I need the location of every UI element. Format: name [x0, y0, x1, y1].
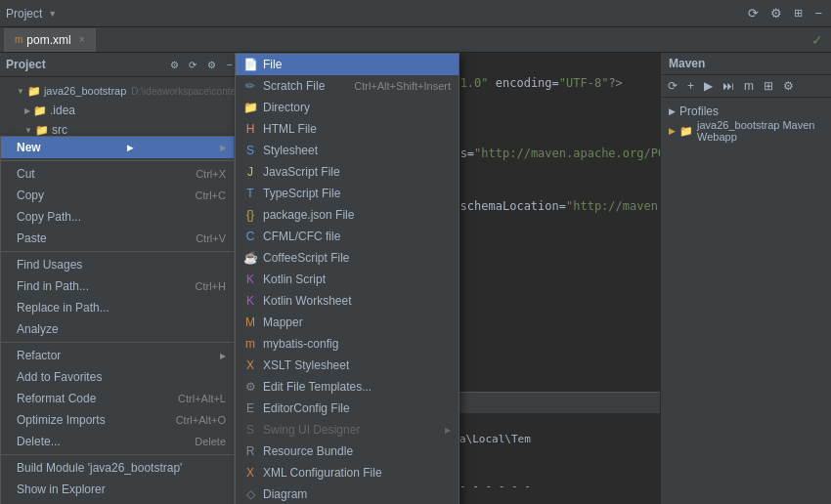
- fsub-item-edittemplate[interactable]: ⚙ Edit File Templates...: [236, 376, 459, 398]
- maven-run-btn[interactable]: ▶: [701, 78, 716, 94]
- fsub-item-resourcebundle[interactable]: R Resource Bundle: [236, 441, 459, 462]
- maven-header: Maven: [661, 53, 831, 75]
- ctx-item-optimizeimports[interactable]: Optimize Imports Ctrl+Alt+O: [1, 409, 234, 431]
- fsub-item-ts[interactable]: T TypeScript File: [236, 183, 459, 204]
- fsub-item-mapper[interactable]: M Mapper: [236, 312, 459, 333]
- maven-title: Maven: [669, 57, 705, 70]
- sidebar-icons: ⚙ ⟳ ⚙ −: [166, 57, 238, 72]
- tab-bar-checkmark: ✓: [811, 32, 823, 48]
- ctx-item-addtofav[interactable]: Add to Favorites: [1, 366, 234, 388]
- fsub-item-coffeescript[interactable]: ☕ CoffeeScript File: [236, 247, 459, 269]
- sidebar-icon-settings2[interactable]: ⚙: [203, 57, 219, 72]
- ctx-item-showinexplorer[interactable]: Show in Explorer: [1, 479, 234, 500]
- ctx-item-copy[interactable]: Copy Ctrl+C: [1, 185, 234, 206]
- tab-pom-xml[interactable]: m pom.xml ×: [4, 28, 96, 52]
- fsub-item-editorconfig[interactable]: E EditorConfig File: [236, 398, 459, 419]
- fsub-label-html: HTML File: [263, 122, 317, 136]
- fsub-item-stylesheet[interactable]: S Stylesheet: [236, 140, 459, 161]
- toolbar-icon-sync[interactable]: ⟳: [748, 6, 759, 21]
- fsub-item-diagram[interactable]: ◇ Diagram: [236, 483, 459, 504]
- fsub-item-cfml[interactable]: C CFML/CFC file: [236, 226, 459, 247]
- fsub-item-kotlinscript[interactable]: K Kotlin Script: [236, 269, 459, 290]
- ctx-shortcut-copy: Ctrl+C: [196, 189, 226, 201]
- fsub-label-mapper: Mapper: [263, 315, 303, 329]
- ctx-item-analyze[interactable]: Analyze: [1, 318, 234, 340]
- ctx-item-findinpath[interactable]: Find in Path... Ctrl+H: [1, 275, 234, 297]
- folder-icon: 📁: [27, 85, 41, 98]
- maven-sync-btn[interactable]: ⟳: [665, 78, 680, 94]
- ctx-shortcut-reformat: Ctrl+Alt+L: [178, 393, 226, 404]
- fsub-item-kotlinworksheet[interactable]: K Kotlin Worksheet: [236, 290, 459, 312]
- ctx-shortcut-delete: Delete: [195, 436, 226, 447]
- ctx-label-findinpath: Find in Path...: [17, 279, 89, 293]
- xml-tab-icon: m: [15, 34, 22, 45]
- fsub-label-kotlinworksheet: Kotlin Worksheet: [263, 294, 352, 308]
- ctx-label-delete: Delete...: [17, 435, 61, 448]
- ctx-label-analyze: Analyze: [17, 322, 59, 336]
- ctx-item-replaceinpath[interactable]: Replace in Path...: [1, 297, 234, 318]
- maven-profiles-label: Profiles: [679, 105, 719, 118]
- bundle-icon: R: [243, 444, 257, 458]
- maven-settings-btn[interactable]: ⊞: [761, 78, 776, 94]
- fsub-item-xmlconfig[interactable]: X XML Configuration File: [236, 462, 459, 483]
- sidebar-icon-gear[interactable]: ⚙: [166, 57, 182, 72]
- maven-skip-btn[interactable]: ⏭: [720, 78, 737, 94]
- fsub-item-scratch[interactable]: ✏ Scratch File Ctrl+Alt+Shift+Insert: [236, 75, 459, 97]
- maven-settings2-btn[interactable]: ⚙: [780, 78, 797, 94]
- toolbar-icon-expand[interactable]: ⊞: [794, 7, 803, 20]
- fsub-label-swing: Swing UI Designer: [263, 423, 360, 437]
- title-bar-text: Project: [6, 7, 42, 21]
- fsub-label-xmlconfig: XML Configuration File: [263, 466, 382, 480]
- fsub-label-kotlinscript: Kotlin Script: [263, 273, 326, 286]
- fsub-label-editorconfig: EditorConfig File: [263, 401, 350, 415]
- ctx-item-findusages[interactable]: Find Usages: [1, 254, 234, 275]
- ctx-item-copypath[interactable]: Copy Path...: [1, 206, 234, 228]
- css-icon: S: [243, 144, 257, 157]
- ctx-item-dirpath[interactable]: Directory Path Ctrl+Alt+F12: [1, 500, 234, 504]
- maven-item-profiles[interactable]: ▶ Profiles: [661, 102, 831, 121]
- kotlin-icon: K: [243, 273, 257, 286]
- project-path: D:\ideaworkspace\conte: [131, 86, 236, 97]
- ctx-item-build[interactable]: Build Module 'java26_bootstrap': [1, 457, 234, 479]
- maven-item-project[interactable]: ▶ 📁 java26_bootstrap Maven Webapp: [661, 121, 831, 141]
- fsub-item-html[interactable]: H HTML File: [236, 118, 459, 140]
- fsub-item-xslt[interactable]: X XSLT Stylesheet: [236, 355, 459, 376]
- mapper-icon: M: [243, 315, 257, 329]
- tree-label-project: java26_bootstrap: [44, 85, 126, 97]
- fsub-item-mybatis[interactable]: m mybatis-config: [236, 333, 459, 355]
- ctx-label-new: New: [17, 141, 41, 154]
- fsub-item-packagejson[interactable]: {} package.json File: [236, 204, 459, 226]
- cfml-icon: C: [243, 230, 257, 243]
- fsub-item-directory[interactable]: 📁 Directory: [236, 97, 459, 118]
- tree-item-idea[interactable]: ▶ 📁 .idea: [0, 101, 243, 120]
- tree-item-project[interactable]: ▼ 📁 java26_bootstrap D:\ideaworkspace\co…: [0, 81, 243, 101]
- fsub-label-mybatis: mybatis-config: [263, 337, 338, 351]
- kotlin-ws-icon: K: [243, 294, 257, 308]
- ctx-item-refactor[interactable]: Refactor: [1, 345, 234, 366]
- fsub-item-js[interactable]: J JavaScript File: [236, 161, 459, 183]
- toolbar-icon-minus[interactable]: −: [814, 6, 822, 21]
- maven-info-btn[interactable]: m: [741, 78, 757, 94]
- ctx-shortcut-optimizeimports: Ctrl+Alt+O: [176, 414, 226, 426]
- ctx-item-cut[interactable]: Cut Ctrl+X: [1, 163, 234, 185]
- coffee-icon: ☕: [243, 251, 257, 265]
- ctx-shortcut-paste: Ctrl+V: [196, 232, 226, 244]
- ctx-item-reformat[interactable]: Reformat Code Ctrl+Alt+L: [1, 388, 234, 409]
- fsub-item-swing[interactable]: S Swing UI Designer ▶: [236, 419, 459, 441]
- maven-add-btn[interactable]: +: [684, 78, 697, 94]
- title-dropdown-icon[interactable]: ▼: [48, 9, 57, 19]
- ctx-label-cut: Cut: [17, 167, 35, 181]
- editorconfig-icon: E: [243, 401, 257, 415]
- ctx-item-delete[interactable]: Delete... Delete: [1, 431, 234, 452]
- ctx-sep-1: [1, 160, 234, 161]
- sidebar-icon-sync[interactable]: ⟳: [185, 57, 200, 72]
- title-bar: Project ▼ ⟳ ⚙ ⊞ −: [0, 0, 831, 27]
- directory-icon: 📁: [243, 101, 257, 114]
- fsub-item-file[interactable]: 📄 File: [236, 54, 459, 75]
- ctx-item-new[interactable]: New ▶: [1, 137, 234, 158]
- ctx-item-paste[interactable]: Paste Ctrl+V: [1, 228, 234, 249]
- toolbar-icon-settings[interactable]: ⚙: [770, 6, 782, 21]
- maven-profiles-icon: ▶: [669, 106, 676, 116]
- fsub-label-scratch: Scratch File: [263, 79, 325, 93]
- tab-close-icon[interactable]: ×: [79, 34, 85, 45]
